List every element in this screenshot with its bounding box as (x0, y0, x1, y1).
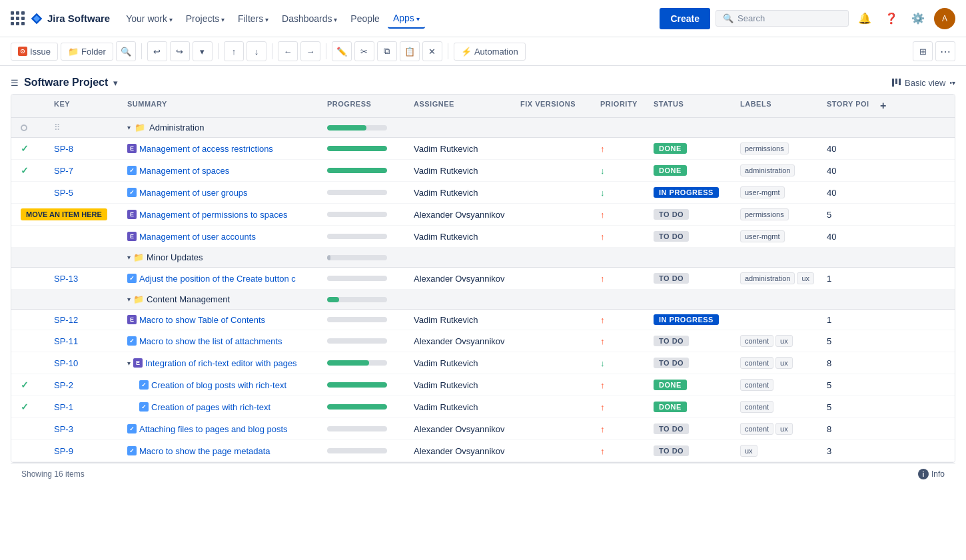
col-labels[interactable]: Labels (736, 95, 823, 117)
cell-key-sp8[interactable]: SP-8 (50, 139, 123, 158)
cell-key-unk (50, 232, 123, 241)
status-badge: TO DO (654, 423, 689, 434)
cell-summary-sp11[interactable]: ✓ Macro to show the list of attachments (123, 332, 323, 351)
notifications-button[interactable]: 🔔 (854, 8, 875, 29)
cell-summary-sp1[interactable]: ✓ Creation of pages with rich-text (123, 398, 323, 417)
cell-summary-sp10[interactable]: ▾ E Integration of rich-text editor with… (123, 354, 323, 373)
table-row: SP-12 E Macro to show Table of Contents … (11, 310, 955, 330)
cell-labels-sp8: permissions (736, 138, 823, 159)
cell-summary-unk[interactable]: E Management of user accounts (123, 227, 323, 246)
cell-key-sp11[interactable]: SP-11 (50, 332, 123, 351)
issue-button[interactable]: ⊙ Issue (11, 43, 58, 61)
help-button[interactable]: ❓ (881, 8, 902, 29)
nav-apps[interactable]: Apps (388, 9, 425, 29)
col-assignee[interactable]: Assignee (410, 95, 516, 117)
toolbar-right: ⊞ ⋯ (913, 41, 955, 61)
cell-progress-sp1 (323, 400, 410, 414)
status-badge: TO DO (654, 273, 689, 284)
cell-check-sp7: ✓ (17, 160, 50, 180)
cell-status-sp3: TO DO (650, 419, 736, 439)
indent-right-button[interactable]: → (300, 41, 320, 61)
search-toolbar-button[interactable]: 🔍 (116, 41, 136, 61)
cell-key-sp10[interactable]: SP-10 (50, 354, 123, 373)
collapse-arrow[interactable]: ▾ (127, 254, 131, 261)
move-down-button[interactable]: ↓ (246, 41, 266, 61)
user-avatar[interactable]: A (934, 8, 955, 29)
edit-button[interactable]: ✏️ (332, 41, 352, 61)
cell-summary-sp9[interactable]: ✓ Macro to show the page metadata (123, 441, 323, 461)
grid-menu-icon[interactable] (11, 11, 25, 25)
cell-summary-sp2[interactable]: ✓ Creation of blog posts with rich-text (123, 376, 323, 395)
more-options-button[interactable]: ⋯ (935, 41, 955, 61)
cell-summary-sp8[interactable]: E Management of access restrictions (123, 139, 323, 158)
col-add[interactable]: + (876, 95, 896, 117)
nav-filters[interactable]: Filters (233, 9, 274, 28)
status-badge: TO DO (654, 445, 689, 456)
automation-button[interactable]: ⚡ Automation (454, 43, 526, 61)
cell-summary-sp12[interactable]: E Macro to show Table of Contents (123, 310, 323, 330)
collapse-arrow[interactable]: ▾ (127, 124, 131, 131)
cell-summary-sp3[interactable]: ✓ Attaching files to pages and blog post… (123, 420, 323, 439)
cell-check-unk (17, 232, 50, 241)
nav-dashboards[interactable]: Dashboards (276, 9, 342, 28)
col-progress[interactable]: Progress (323, 95, 410, 117)
cell-key-sp12[interactable]: SP-12 (50, 310, 123, 330)
group-row-administration: ⠿ ▾ 📁 Administration (11, 118, 955, 138)
cell-fixver-sp7 (516, 166, 596, 175)
cell-progress-sp2 (323, 378, 410, 392)
label-badge: ux (775, 357, 793, 369)
group-progress-minor (323, 250, 410, 265)
cell-key-sp2[interactable]: SP-2 (50, 376, 123, 395)
cell-key-sp5[interactable]: SP-5 (50, 183, 123, 202)
redo-button[interactable]: ↪ (170, 41, 190, 61)
cell-summary-sp7[interactable]: ✓ Management of spaces (123, 161, 323, 180)
label-badge: content (740, 401, 773, 413)
cell-key-sp9[interactable]: SP-9 (50, 441, 123, 461)
scissors-button[interactable]: ✂ (354, 41, 374, 61)
cell-summary-sp5[interactable]: ✓ Management of user groups (123, 183, 323, 202)
table-row: SP-13 ✓ Adjust the position of the Creat… (11, 268, 955, 290)
col-status[interactable]: Status (650, 95, 736, 117)
folder-button[interactable]: 📁 Folder (61, 43, 113, 61)
undo-button[interactable]: ↩ (147, 41, 167, 61)
delete-button[interactable]: ✕ (422, 41, 442, 61)
copy-button[interactable]: ⧉ (377, 41, 397, 61)
cell-key-sp1[interactable]: SP-1 (50, 398, 123, 417)
expand-button[interactable]: ⊞ (913, 41, 933, 61)
cell-key-sp13[interactable]: SP-13 (50, 269, 123, 288)
nav-your-work[interactable]: Your work (121, 9, 178, 28)
cell-sp-sp11: 5 (823, 332, 876, 351)
col-summary[interactable]: Summary (123, 95, 323, 117)
epic-icon: E (127, 144, 137, 153)
collapse-arrow[interactable]: ▾ (127, 296, 131, 303)
cell-summary-sp6[interactable]: E Management of permissions to spaces (123, 205, 323, 224)
indent-left-button[interactable]: ← (278, 41, 298, 61)
paste-button[interactable]: 📋 (400, 41, 420, 61)
nav-projects[interactable]: Projects (181, 9, 230, 28)
settings-button[interactable]: ⚙️ (907, 8, 929, 29)
cell-key-sp7[interactable]: SP-7 (50, 161, 123, 180)
drag-handle[interactable]: ⠿ (54, 123, 61, 133)
jira-logo[interactable]: Jira Software (30, 12, 110, 25)
col-story-points[interactable]: Story poi (823, 95, 876, 117)
move-up-button[interactable]: ↑ (224, 41, 244, 61)
collapse-arrow-sp10[interactable]: ▾ (127, 360, 131, 367)
project-dropdown-button[interactable]: ▾ (113, 78, 118, 88)
col-key[interactable]: Key (50, 95, 123, 117)
cell-fixver-sp6 (516, 210, 596, 219)
search-box[interactable]: 🔍 Search (716, 10, 849, 27)
create-button[interactable]: Create (660, 8, 710, 29)
cell-labels-sp11: content ux (736, 330, 823, 352)
label-badge: user-mgmt (740, 186, 785, 198)
info-button[interactable]: i Info (918, 469, 945, 479)
task-icon: ✓ (127, 446, 137, 455)
priority-high-icon: ↑ (600, 315, 605, 325)
add-column-button[interactable]: + (880, 100, 887, 111)
view-control[interactable]: Basic view •▾ (892, 78, 955, 88)
col-fix-versions[interactable]: Fix versions (516, 95, 596, 117)
cell-key-sp3[interactable]: SP-3 (50, 420, 123, 439)
nav-people[interactable]: People (345, 9, 385, 28)
more-arrow-button[interactable]: ▾ (193, 41, 213, 61)
col-priority[interactable]: Priority (596, 95, 650, 117)
cell-summary-sp13[interactable]: ✓ Adjust the position of the Create butt… (123, 269, 323, 288)
